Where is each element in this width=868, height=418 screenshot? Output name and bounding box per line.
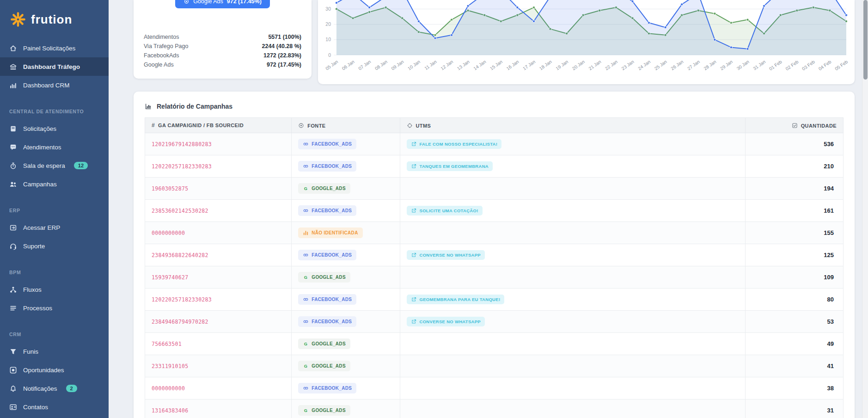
sidebar-item-acessar-erp[interactable]: Acessar ERP [0,218,109,237]
table-row[interactable]: 23849468794970282 FACEBOOK_ADS CONVERSE … [145,311,844,333]
utm-badge[interactable]: SOLICITE UMA COTAÇÃO! [407,206,483,215]
campaign-id[interactable]: 0000000000 [145,222,292,244]
sidebar-item-label: Painel Solicitações [23,45,75,52]
svg-text:01 Feb: 01 Feb [768,59,783,71]
utm-cell: CONVERSE NO WHATSAPP [400,244,746,266]
card-title-row: Relatório de Campanhas [145,103,844,110]
campaign-id[interactable]: 23849468794970282 [145,311,292,333]
campaign-id[interactable]: 120220257182330283 [145,289,292,311]
sidebar-item-dashboard-crm[interactable]: Dashboard CRM [0,76,109,94]
traffic-line-chart: 0 10 20 3005 Jan06 Jan07 Jan08 Jan09 Jan… [318,0,855,84]
campaign-id[interactable]: 19603052875 [145,178,292,200]
utm-cell [400,333,746,355]
vertical-scrollbar[interactable] [862,0,868,418]
utm-badge[interactable]: TANQUES EM GEOMEMBRANA [407,161,493,171]
col-header-fonte[interactable]: FONTE [292,118,400,133]
google-ads-legend-button[interactable]: Google Ads 972 (17.45%) [175,0,270,8]
col-header-utms[interactable]: UTMS [400,118,746,133]
campaign-id[interactable]: 23311910105 [145,355,292,377]
google-g-icon: G [303,363,309,369]
meta-infinity-icon [303,319,309,325]
utm-badge[interactable]: GEOMEMBRANA PARA EU TANQUE! [407,295,505,304]
stat-value: 972 (17.45%) [267,61,301,68]
sidebar-item-suporte[interactable]: Suporte [0,237,109,255]
svg-text:30 Jan: 30 Jan [736,59,750,71]
sidebar-item-label: Contatos [23,404,48,411]
sidebar-item-atendimentos[interactable]: Atendimentos [0,138,109,156]
svg-text:19 Jan: 19 Jan [555,59,569,71]
table-row[interactable]: 0000000000 NÃO IDENTIFICADA 155 [145,222,844,244]
external-link-icon [411,319,417,325]
campaign-id[interactable]: 13164383406 [145,400,292,418]
sidebar-item-label: Atendimentos [23,144,61,151]
svg-text:G: G [304,408,308,413]
sidebar-item-processos[interactable]: Processos [0,299,109,317]
svg-text:05 Jan: 05 Jan [324,59,339,71]
campaign-id[interactable]: 756663501 [145,333,292,355]
utm-badge[interactable]: CONVERSE NO WHATSAPP [407,250,485,260]
table-row[interactable]: 120219679142880283 FACEBOOK_ADS FALE COM… [145,133,844,155]
svg-text:14 Jan: 14 Jan [472,59,487,71]
sidebar-item-label: Notificações [23,385,57,392]
svg-text:26 Jan: 26 Jan [670,59,684,71]
sidebar-item-contatos[interactable]: Contatos [0,398,109,416]
svg-text:04 Feb: 04 Feb [818,59,832,71]
campaigns-tbody: 120219679142880283 FACEBOOK_ADS FALE COM… [145,133,844,418]
journal-icon [9,125,17,133]
sidebar-item-sala-de-espera[interactable]: Sala de espera 12 [0,156,109,175]
table-row[interactable]: 13164383406 GGOOGLE_ADS 31 [145,400,844,418]
source-badge: FACEBOOK_ADS [298,316,356,327]
stat-row: Atendimentos 5571 (100%) [144,32,301,42]
sidebar-item-dashboard-trafego[interactable]: Dashboard Tráfego [0,57,109,76]
svg-text:10: 10 [325,37,331,42]
source-cell: FACEBOOK_ADS [292,377,400,400]
sidebar-item-oportunidades[interactable]: Oportunidades [0,361,109,379]
sidebar-item-notificacoes[interactable]: Notificações 2 [0,379,109,398]
table-row[interactable]: 0000000000 FACEBOOK_ADS 38 [145,377,844,400]
campaign-id[interactable]: 120220257182330283 [145,155,292,178]
table-row[interactable]: 756663501 GGOOGLE_ADS 49 [145,333,844,355]
sidebar-item-label: Suporte [23,243,45,250]
meta-infinity-icon [303,252,309,258]
campaign-id[interactable]: 120219679142880283 [145,133,292,155]
campaign-id[interactable]: 23853602142530282 [145,200,292,222]
sidebar-item-painel-solicitacoes[interactable]: Painel Solicitações [0,39,109,57]
table-row[interactable]: 23849368822640282 FACEBOOK_ADS CONVERSE … [145,244,844,266]
table-row[interactable]: 15939740627 GGOOGLE_ADS 109 [145,266,844,289]
campaign-id[interactable]: 0000000000 [145,377,292,400]
home-icon [9,44,17,52]
svg-text:25 Jan: 25 Jan [654,59,668,71]
table-row[interactable]: 23311910105 GGOOGLE_ADS 41 [145,355,844,377]
frution-logo-icon [10,12,26,27]
campaign-id[interactable]: 15939740627 [145,266,292,289]
campaign-id[interactable]: 23849368822640282 [145,244,292,266]
sidebar-section-crm: CRM [9,331,99,338]
col-header-campaignid[interactable]: #GA CAMPAIGNID / FB SOURCEID [145,118,292,133]
source-cell: FACEBOOK_ADS [292,133,400,155]
sidebar-item-funis[interactable]: Funis [0,342,109,361]
sidebar-item-solicitacoes[interactable]: Solicitações [0,119,109,138]
scrollbar-thumb[interactable] [863,0,868,80]
contact-icon [9,403,17,411]
sidebar-item-label: Processos [23,305,52,312]
logo[interactable]: frution [0,0,109,39]
svg-text:18 Jan: 18 Jan [538,59,553,71]
source-cell: GGOOGLE_ADS [292,178,400,200]
table-row[interactable]: 120220257182330283 FACEBOOK_ADS GEOMEMBR… [145,289,844,311]
stat-label: Via Trafego Pago [144,43,188,49]
utm-badge[interactable]: CONVERSE NO WHATSAPP [407,317,485,326]
source-badge: GGOOGLE_ADS [298,183,350,194]
table-row[interactable]: 23853602142530282 FACEBOOK_ADS SOLICITE … [145,200,844,222]
col-header-quantidade[interactable]: QUANTIDADE [746,118,844,133]
utm-badge[interactable]: FALE COM NOSSO ESPECIALISTA! [407,139,502,149]
legend-button-label: Google Ads [193,0,223,5]
funnel-icon [9,348,17,356]
sidebar-item-campanhas[interactable]: Campanhas [0,175,109,193]
svg-text:03 Feb: 03 Feb [801,59,816,71]
svg-text:02 Feb: 02 Feb [785,59,800,71]
quantity-value: 109 [746,266,844,289]
table-row[interactable]: 19603052875 GGOOGLE_ADS 194 [145,178,844,200]
sidebar-item-fluxos[interactable]: Fluxos [0,280,109,299]
utm-cell [400,355,746,377]
table-row[interactable]: 120220257182330283 FACEBOOK_ADS TANQUES … [145,155,844,178]
